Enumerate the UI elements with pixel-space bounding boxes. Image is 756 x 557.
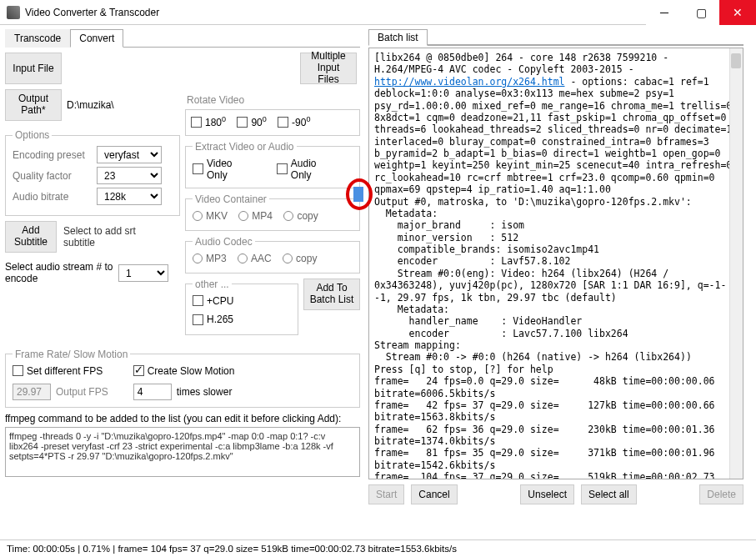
frame-legend: Frame Rate/ Slow Motion	[13, 349, 130, 360]
close-button[interactable]: ✕	[719, 0, 756, 25]
add-to-batch-button[interactable]: Add To Batch List	[303, 278, 360, 310]
multiple-input-button[interactable]: Multiple Input Files	[300, 53, 357, 84]
frame-group: Frame Rate/ Slow Motion Set different FP…	[5, 349, 360, 409]
container-copy[interactable]: copy	[283, 210, 318, 222]
cancel-button[interactable]: Cancel	[411, 484, 457, 504]
h265-check[interactable]: H.265	[193, 314, 233, 325]
cpu-check[interactable]: +CPU	[193, 295, 233, 307]
slow-input[interactable]	[133, 384, 172, 400]
quality-select[interactable]: 23	[97, 167, 162, 184]
audio-stream-label: Select audio stream # to encode	[5, 261, 113, 284]
input-file-button[interactable]: Input File	[5, 53, 62, 84]
tab-transcode[interactable]: Transcode	[5, 29, 70, 48]
status-bar: Time: 00:00:05s | 0.71% | frame= 104 fps…	[0, 539, 756, 557]
other-group: other ... +CPU H.265	[185, 278, 298, 335]
main-tabs: Transcode Convert	[5, 28, 360, 48]
titlebar: Video Converter & Transcoder ─ ▢ ✕	[0, 0, 756, 25]
audio-bitrate-select[interactable]: 128k	[97, 188, 162, 205]
video-only[interactable]: Video Only	[193, 158, 232, 181]
codec-aac[interactable]: AAC	[238, 253, 272, 264]
unselect-button[interactable]: Unselect	[520, 484, 574, 504]
container-mkv[interactable]: MKV	[193, 210, 228, 222]
tab-convert[interactable]: Convert	[70, 29, 123, 48]
slow-motion-check[interactable]: Create Slow Motion	[133, 365, 235, 377]
extract-legend: Extract Video or Audio	[193, 141, 297, 153]
batch-log[interactable]: [libx264 @ 0850dbe0] 264 - core 148 r263…	[368, 48, 743, 479]
codec-copy[interactable]: copy	[283, 253, 317, 264]
pane-scroll-thumb[interactable]	[353, 187, 363, 202]
codec-legend: Audio Codec	[193, 236, 255, 248]
add-subtitle-button[interactable]: Add Subtitle	[5, 221, 57, 253]
rotate-group: 1800 900 -900	[185, 109, 360, 136]
log-scroll-thumb[interactable]	[731, 53, 741, 68]
audio-stream-select[interactable]: 1	[118, 264, 168, 282]
app-icon	[7, 6, 20, 19]
delete-button[interactable]: Delete	[699, 484, 743, 504]
fps-label: Output FPS	[56, 386, 108, 398]
ffmpeg-label: ffmpeg command to be added to the list (…	[5, 413, 360, 424]
batch-tab[interactable]: Batch list	[368, 29, 428, 46]
log-scrollbar[interactable]	[729, 48, 743, 479]
slow-label: times slower	[177, 386, 233, 398]
encoding-preset-label: Encoding preset	[13, 149, 92, 161]
options-group: Options Encoding preset veryfast Quality…	[5, 129, 180, 216]
rotate-90[interactable]: 900	[237, 115, 266, 128]
rotate-neg90[interactable]: -900	[278, 115, 310, 128]
output-path-text: D:\muzika\	[67, 99, 114, 111]
maximize-button[interactable]: ▢	[683, 0, 719, 25]
select-all-button[interactable]: Select all	[581, 484, 637, 504]
codec-group: Audio Codec MP3 AAC copy	[185, 236, 360, 273]
other-legend: other ...	[193, 278, 232, 290]
set-fps-check[interactable]: Set different FPS	[13, 365, 103, 377]
ffmpeg-command-input[interactable]	[5, 427, 360, 477]
window-title: Video Converter & Transcoder	[25, 7, 646, 18]
fps-input[interactable]	[13, 384, 51, 400]
minimize-button[interactable]: ─	[646, 0, 683, 25]
start-button[interactable]: Start	[368, 484, 404, 504]
codec-mp3[interactable]: MP3	[193, 253, 227, 264]
audio-only[interactable]: Audio Only	[277, 158, 317, 181]
options-legend: Options	[13, 129, 52, 141]
output-path-button[interactable]: Output Path*	[5, 89, 62, 121]
encoding-preset-select[interactable]: veryfast	[97, 146, 162, 163]
subtitle-hint: Select to add srt subtitle	[63, 225, 163, 248]
container-legend: Video Container	[193, 193, 269, 205]
container-mp4[interactable]: MP4	[238, 210, 273, 222]
audio-bitrate-label: Audio bitrate	[13, 191, 92, 203]
x264-link[interactable]: http://www.videolan.org/x264.html	[374, 76, 564, 88]
rotate-180[interactable]: 1800	[191, 115, 226, 128]
quality-label: Quality factor	[13, 170, 92, 182]
container-group: Video Container MKV MP4 copy	[185, 193, 360, 231]
extract-group: Extract Video or Audio Video Only Audio …	[185, 141, 360, 188]
rotate-legend: Rotate Video	[187, 94, 360, 106]
